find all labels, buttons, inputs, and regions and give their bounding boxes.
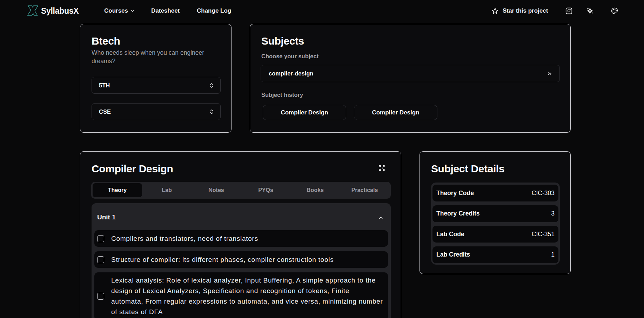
chevrons-right-icon [547,71,552,77]
chevrons-up-down-icon [209,82,215,88]
tab-books[interactable]: Books [290,183,340,197]
expand-button[interactable] [378,165,385,171]
history-item-button[interactable]: Compiler Design [354,105,437,120]
subject-tabs: Theory Lab Notes PYQs Books Practicals [91,182,391,199]
detail-row-lab-code: Lab Code CIC-351 [432,226,558,243]
subject-details-card: Subject Details Theory Code CIC-303 Theo… [420,151,571,274]
ai-sparkles-button[interactable] [586,0,593,22]
navbar: SyllabusX Courses Datesheet Change Log S… [0,0,644,22]
nav-item-changelog[interactable]: Change Log [197,7,231,14]
detail-row-theory-credits: Theory Credits 3 [432,205,558,222]
star-project-button[interactable]: Star this project [492,0,548,22]
nav-item-datesheet[interactable]: Datesheet [151,7,180,14]
detail-row-lab-credits: Lab Credits 1 [432,246,558,263]
history-item-button[interactable]: Compiler Design [263,105,346,120]
topic-checkbox[interactable] [97,256,104,263]
chevrons-up-down-icon [209,109,215,115]
semester-select[interactable]: 5TH [92,77,221,94]
subject-history-label: Subject history [261,92,303,98]
theme-palette-button[interactable] [611,0,618,22]
unit-accordion-trigger[interactable]: Unit 1 [94,203,388,230]
instagram-icon [565,7,572,14]
topic-checkbox[interactable] [97,293,104,300]
tab-lab[interactable]: Lab [142,183,192,197]
star-icon [492,8,498,14]
course-card-title: Btech [92,35,120,47]
tab-theory[interactable]: Theory [93,183,142,197]
subjects-card-title: Subjects [261,35,304,47]
subject-search-input[interactable]: compiler-design [261,65,560,82]
choose-subject-label: Choose your subject [261,53,318,60]
topic-row[interactable]: Lexical analysis: Role of lexical analyz… [94,272,388,318]
subject-title: Compiler Design [92,163,173,175]
course-card-subtitle: Who needs sleep when you can engineer dr… [92,48,211,65]
course-card: Btech Who needs sleep when you can engin… [80,24,232,133]
tab-pyqs[interactable]: PYQs [241,183,290,197]
subjects-card: Subjects Choose your subject compiler-de… [250,24,571,133]
detail-row-theory-code: Theory Code CIC-303 [432,185,558,201]
chevron-down-icon [130,8,135,13]
nav-item-courses[interactable]: Courses [104,7,135,14]
instagram-button[interactable] [565,0,572,22]
tab-practicals[interactable]: Practicals [340,183,389,197]
unit-accordion: Unit 1 Compilers and translators, need o… [92,203,391,318]
branch-select[interactable]: CSE [92,103,221,120]
palette-icon [611,7,618,14]
brand-name[interactable]: SyllabusX [41,6,79,16]
subject-details-title: Subject Details [431,163,504,175]
expand-icon [378,165,385,171]
chevron-up-icon [378,215,384,221]
sparkles-icon [586,7,593,14]
syllabusx-logo-icon[interactable] [27,5,38,16]
topic-row[interactable]: Structure of compiler: its different pha… [94,251,388,268]
unit-label: Unit 1 [97,212,116,222]
details-list: Theory Code CIC-303 Theory Credits 3 Lab… [431,183,560,265]
topic-checkbox[interactable] [97,235,104,242]
topic-row[interactable]: Compilers and translators, need of trans… [94,230,388,247]
subject-detail-card: Compiler Design Theory Lab Notes PYQs Bo… [80,151,401,318]
topic-list: Compilers and translators, need of trans… [94,230,388,318]
tab-notes[interactable]: Notes [192,183,241,197]
